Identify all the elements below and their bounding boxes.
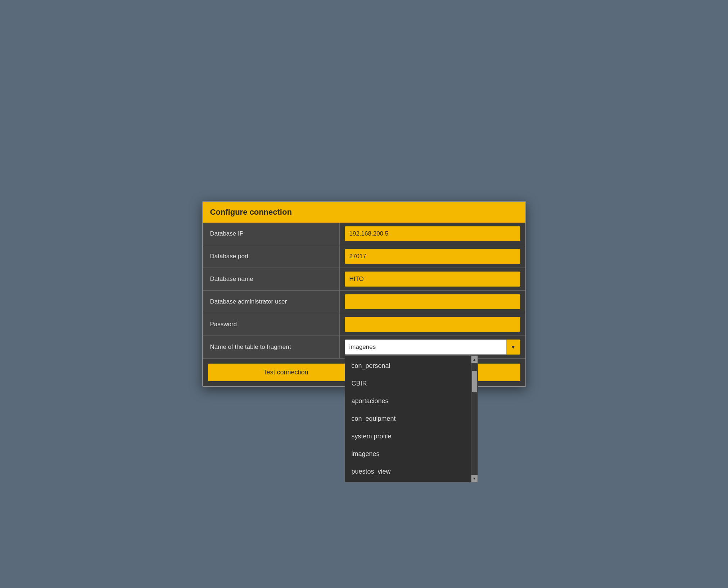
table-dropdown-wrapper: imagenes con_personal CBIR aportaciones … [345,339,520,355]
db-port-label: Database port [203,245,340,268]
dialog-title: Configure connection [210,208,292,216]
table-dropdown-menu: con_personal CBIR aportaciones con_equip… [345,355,478,482]
dropdown-items-list: con_personal CBIR aportaciones con_equip… [345,356,471,482]
db-admin-input-cell [340,291,525,313]
dropdown-scrollbar: ▲ ▼ [471,356,478,482]
password-row: Password [203,313,525,336]
dropdown-item-con-equipment[interactable]: con_equipment [345,410,471,428]
dropdown-item-con-personal[interactable]: con_personal [345,357,471,375]
dropdown-item-imagenes[interactable]: imagenes [345,445,471,463]
db-port-input-cell [340,245,525,268]
table-name-input-cell: imagenes con_personal CBIR aportaciones … [340,336,525,358]
scroll-track [471,363,478,475]
db-admin-row: Database administrator user [203,291,525,313]
dropdown-scrollbar-container: con_personal CBIR aportaciones con_equip… [345,356,478,482]
db-admin-input[interactable] [345,294,520,309]
scroll-thumb[interactable] [472,371,477,392]
db-name-row: Database name [203,268,525,291]
table-name-row: Name of the table to fragment imagenes c… [203,336,525,358]
db-port-row: Database port [203,245,525,268]
password-input-cell [340,313,525,336]
db-name-label: Database name [203,268,340,290]
scroll-down-button[interactable]: ▼ [471,475,478,482]
scroll-up-button[interactable]: ▲ [471,356,478,363]
password-input[interactable] [345,317,520,332]
db-ip-input[interactable] [345,226,520,241]
dropdown-item-aportaciones[interactable]: aportaciones [345,392,471,410]
db-port-input[interactable] [345,249,520,264]
table-name-label: Name of the table to fragment [203,336,340,358]
test-connection-button[interactable]: Test connection [208,364,364,381]
password-label: Password [203,313,340,336]
db-ip-label: Database IP [203,223,340,245]
db-name-input[interactable] [345,272,520,287]
dialog-header: Configure connection [203,202,525,223]
table-dropdown-selected[interactable]: imagenes [345,339,507,355]
db-admin-label: Database administrator user [203,291,340,313]
configure-connection-dialog: Configure connection Database IP Databas… [202,201,526,387]
dropdown-item-cbir[interactable]: CBIR [345,375,471,392]
dropdown-item-system-profile[interactable]: system.profile [345,428,471,445]
db-name-input-cell [340,268,525,290]
db-ip-input-cell [340,223,525,245]
dialog-body: Database IP Database port Database name … [203,223,525,358]
dropdown-item-puestos-view[interactable]: puestos_view [345,463,471,480]
table-dropdown-arrow-button[interactable] [507,339,520,355]
db-ip-row: Database IP [203,223,525,245]
